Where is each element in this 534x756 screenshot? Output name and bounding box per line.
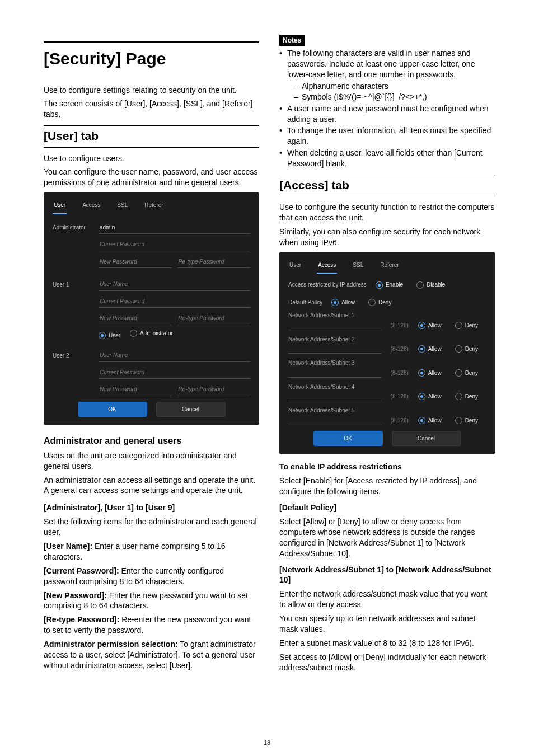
note-1: The following characters are valid in us… <box>279 48 495 102</box>
row-allow-radio[interactable]: Allow <box>418 393 442 401</box>
enable-ip-heading: To enable IP address restrictions <box>279 462 495 472</box>
admin-user-range-intro: Set the following items for the administ… <box>44 516 259 538</box>
tab-access[interactable]: Access <box>81 198 101 214</box>
default-policy-deny-radio[interactable]: Deny <box>368 299 391 307</box>
row-allow-radio[interactable]: Allow <box>418 417 442 425</box>
network-subnet-p3: Enter a subnet mask value of 8 to 32 (8 … <box>279 638 495 649</box>
ip-restrict-label: Access restricted by IP address <box>288 281 367 289</box>
user-tab-text-2: You can configure the user name, passwor… <box>44 167 259 188</box>
note-2: A user name and new password must be con… <box>279 104 495 125</box>
access-tab-screenshot: User Access SSL Referer Access restricte… <box>279 252 495 454</box>
item-retype-password: [Re-type Password]: Re-enter the new pas… <box>44 614 259 636</box>
admin-general-text-2: An administrator can access all settings… <box>44 475 259 496</box>
admin-username-field[interactable]: admin <box>99 222 250 234</box>
network-address-input[interactable] <box>288 392 381 401</box>
user2-new-password-field[interactable]: New Password <box>99 383 172 396</box>
user-tab-text-1: Use to configure users. <box>44 153 259 164</box>
access-text-2: Similarly, you can also configure securi… <box>279 227 495 248</box>
user1-role-admin-radio[interactable]: Administrator <box>130 330 173 337</box>
tab-ssl[interactable]: SSL <box>116 198 129 214</box>
user1-retype-password-field[interactable]: Re-type Password <box>177 312 251 325</box>
ip-restrict-enable-radio[interactable]: Enable <box>376 281 403 289</box>
user1-label: User 1 <box>53 281 93 289</box>
user-tab-screenshot: User Access SSL Referer Administrator ad… <box>44 192 259 425</box>
network-address-input[interactable] <box>288 321 381 330</box>
administrator-label: Administrator <box>53 224 93 232</box>
ok-button[interactable]: OK <box>313 431 383 447</box>
shot2-tabs: User Access SSL Referer <box>288 258 486 275</box>
row-deny-radio[interactable]: Deny <box>455 417 478 425</box>
default-policy-allow-radio[interactable]: Allow <box>331 299 355 307</box>
network-subnet-label: Network Address/Subnet 4 <box>288 383 486 391</box>
network-subnet-label: Network Address/Subnet 2 <box>288 336 486 344</box>
tab-referer[interactable]: Referer <box>379 258 400 274</box>
default-policy-heading: [Default Policy] <box>279 503 495 513</box>
intro-text-1: Use to configure settings relating to se… <box>44 85 259 96</box>
note-4: When deleting a user, leave all fields o… <box>279 148 495 169</box>
user2-retype-password-field[interactable]: Re-type Password <box>177 383 251 396</box>
user2-current-password-field[interactable]: Current Password <box>99 367 250 379</box>
admin-user-range-heading: [Administrator], [User 1] to [User 9] <box>44 503 259 513</box>
network-subnet-label: Network Address/Subnet 5 <box>288 407 486 415</box>
subnet-range-hint: (8-128) <box>387 393 413 401</box>
user1-new-password-field[interactable]: New Password <box>99 312 172 325</box>
item-permission: Administrator permission selection: To g… <box>44 639 259 671</box>
note-1b: Symbols (!$%'()=-~^|@`[{}]_/?<>+*,) <box>294 92 495 102</box>
item-current-password: [Current Password]: Enter the currently … <box>44 566 259 587</box>
ip-restrict-disable-radio[interactable]: Disable <box>416 281 445 289</box>
tab-access[interactable]: Access <box>317 258 337 274</box>
row-allow-radio[interactable]: Allow <box>418 369 442 377</box>
notes-list: The following characters are valid in us… <box>279 48 495 169</box>
row-deny-radio[interactable]: Deny <box>455 393 478 401</box>
row-allow-radio[interactable]: Allow <box>418 322 442 330</box>
row-deny-radio[interactable]: Deny <box>455 345 478 353</box>
tab-user[interactable]: User <box>53 198 67 214</box>
subnet-range-hint: (8-128) <box>387 322 413 330</box>
right-column: Notes The following characters are valid… <box>279 32 495 677</box>
note-1a: Alphanumeric characters <box>294 81 495 92</box>
tab-user[interactable]: User <box>288 258 302 274</box>
access-text-1: Use to configure the security function t… <box>279 202 495 223</box>
row-allow-radio[interactable]: Allow <box>418 345 442 353</box>
subnet-range-hint: (8-128) <box>387 345 413 353</box>
user1-username-field[interactable]: User Name <box>99 278 250 291</box>
network-subnet-heading: [Network Address/Subnet 1] to [Network A… <box>279 565 495 586</box>
user1-role-user-radio[interactable]: User <box>99 332 120 340</box>
item-user-name: [User Name]: Enter a user name comprisin… <box>44 541 259 562</box>
cancel-button[interactable]: Cancel <box>392 431 461 447</box>
network-address-input[interactable] <box>288 344 381 354</box>
notes-badge: Notes <box>279 35 305 46</box>
network-address-input[interactable] <box>288 416 381 425</box>
network-address-input[interactable] <box>288 368 381 378</box>
row-deny-radio[interactable]: Deny <box>455 369 478 377</box>
note-3: To change the user information, all item… <box>279 125 495 147</box>
network-subnet-p1: Enter the network address/subnet mask va… <box>279 589 495 610</box>
user2-username-field[interactable]: User Name <box>99 349 250 362</box>
row-deny-radio[interactable]: Deny <box>455 322 478 330</box>
user-tab-heading: [User] tab <box>44 125 259 147</box>
network-subnet-label: Network Address/Subnet 3 <box>288 359 486 367</box>
network-subnet-label: Network Address/Subnet 1 <box>288 312 486 320</box>
page-number: 18 <box>0 739 534 747</box>
access-tab-heading: [Access] tab <box>279 175 495 196</box>
page-title: [Security] Page <box>44 41 259 71</box>
subnet-range-hint: (8-128) <box>387 369 413 377</box>
left-column: [Security] Page Use to configure setting… <box>44 32 259 677</box>
user1-current-password-field[interactable]: Current Password <box>99 295 250 308</box>
admin-general-text-1: Users on the unit are categorized into a… <box>44 450 259 472</box>
tab-referer[interactable]: Referer <box>143 198 164 214</box>
shot1-tabs: User Access SSL Referer <box>53 198 250 215</box>
admin-retype-password-field[interactable]: Re-type Password <box>177 256 251 269</box>
network-subnet-p4: Set access to [Allow] or [Deny] individu… <box>279 652 495 673</box>
admin-general-heading: Administrator and general users <box>44 435 259 447</box>
admin-current-password-field[interactable]: Current Password <box>99 238 250 251</box>
item-new-password: [New Password]: Enter the new password y… <box>44 590 259 612</box>
network-subnet-p2: You can specify up to ten network addres… <box>279 613 495 635</box>
intro-text-2: The screen consists of [User], [Access],… <box>44 98 259 120</box>
user2-label: User 2 <box>53 352 93 360</box>
tab-ssl[interactable]: SSL <box>352 258 364 274</box>
ok-button[interactable]: OK <box>78 402 147 417</box>
enable-ip-text: Select [Enable] for [Access restricted b… <box>279 476 495 497</box>
cancel-button[interactable]: Cancel <box>156 402 226 417</box>
admin-new-password-field[interactable]: New Password <box>99 256 172 269</box>
